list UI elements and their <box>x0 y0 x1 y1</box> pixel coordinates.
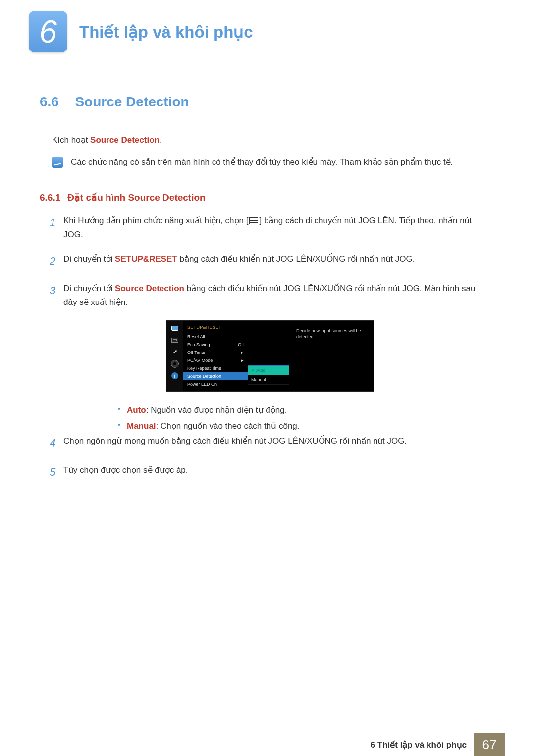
bullet-text: : Chọn nguồn vào theo cách thủ công. <box>156 421 300 431</box>
step-1: 1 Khi Hướng dẫn phím chức năng xuất hiện… <box>50 214 490 242</box>
subsection-title: Đặt cấu hình Source Detection <box>67 192 205 202</box>
section-title: Source Detection <box>75 94 189 109</box>
step2-a: Di chuyển tới <box>63 254 115 264</box>
step3-a: Di chuyển tới <box>63 284 115 293</box>
section-heading: 6.6 Source Detection <box>0 52 535 110</box>
step-number: 2 <box>50 252 63 270</box>
step-3: 3 Di chuyển tới Source Detection bằng cá… <box>50 282 490 309</box>
osd-screenshot: ⤢ i SETUP&RESET Reset All Eco SavingOff … <box>50 320 490 392</box>
osd-item: Key Repeat Time <box>183 364 248 372</box>
note-icon <box>52 157 63 168</box>
steps-list: 1 Khi Hướng dẫn phím chức năng xuất hiện… <box>0 214 535 481</box>
intro-bold: Source Detection <box>90 135 160 145</box>
chapter-header: 6 Thiết lập và khôi phục <box>0 0 535 52</box>
bullet-auto: Auto: Nguồn vào được nhận diện tự động. <box>118 403 490 418</box>
step-5: 5 Tùy chọn được chọn sẽ được áp. <box>50 463 490 481</box>
step-number: 5 <box>50 463 63 481</box>
info-tab-icon: i <box>170 371 180 380</box>
option-bullets: Auto: Nguồn vào được nhận diện tự động. … <box>50 403 490 435</box>
osd-item: Reset All <box>183 333 248 341</box>
bullet-bold: Manual <box>127 421 156 431</box>
osd-header: SETUP&RESET <box>183 324 248 333</box>
osd-item-selected: Source Detection <box>183 372 248 380</box>
osd-option-popup: ✔Auto Manual <box>248 365 289 391</box>
chapter-badge: 6 <box>29 11 67 52</box>
subsection-heading: 6.6.1Đặt cấu hình Source Detection <box>0 192 535 203</box>
step3-bold: Source Detection <box>115 284 184 293</box>
note-row: Các chức năng có sẵn trên màn hình có th… <box>0 156 535 169</box>
osd-option: Manual <box>248 375 289 385</box>
step-number: 1 <box>50 214 63 242</box>
osd-item: PC/AV Mode▸ <box>183 356 248 364</box>
step2-b: bằng cách điều khiển nút JOG LÊN/XUỐNG r… <box>177 254 415 264</box>
bullet-bold: Auto <box>127 405 146 415</box>
osd-description: Decide how input sources will be detecte… <box>289 321 374 391</box>
step5-text: Tùy chọn được chọn sẽ được áp. <box>63 463 490 481</box>
chapter-number: 6 <box>39 16 57 48</box>
step-2: 2 Di chuyển tới SETUP&RESET bằng cách đi… <box>50 252 490 270</box>
chapter-title: Thiết lập và khôi phục <box>79 22 253 42</box>
step2-bold: SETUP&RESET <box>115 254 177 264</box>
picture-tab-icon <box>170 336 180 345</box>
step4-text: Chọn ngôn ngữ mong muốn bằng cách điều k… <box>63 434 490 452</box>
osd-item: Power LED On <box>183 380 248 388</box>
osd-panel: ⤢ i SETUP&RESET Reset All Eco SavingOff … <box>166 320 374 392</box>
menu-icon <box>249 217 258 224</box>
osd-option-selected: ✔Auto <box>248 366 289 375</box>
step-4: 4 Chọn ngôn ngữ mong muốn bằng cách điều… <box>50 434 490 452</box>
step1-a: Khi Hướng dẫn phím chức năng xuất hiện, … <box>63 216 248 225</box>
osd-menu-list: SETUP&RESET Reset All Eco SavingOff Off … <box>183 321 248 391</box>
note-text: Các chức năng có sẵn trên màn hình có th… <box>71 156 453 169</box>
osd-icon-column: ⤢ i <box>166 321 183 391</box>
footer-chapter-label: 6 Thiết lập và khôi phục <box>371 740 467 750</box>
bullet-manual: Manual: Chọn nguồn vào theo cách thủ côn… <box>118 418 490 434</box>
intro-prefix: Kích hoạt <box>52 135 90 145</box>
section-number: 6.6 <box>40 94 59 109</box>
intro-suffix: . <box>160 135 162 145</box>
footer-page-number: 67 <box>474 733 505 756</box>
step-number: 4 <box>50 434 63 452</box>
setup-tab-icon <box>170 359 180 368</box>
brightness-tab-icon <box>170 324 180 333</box>
step-number: 3 <box>50 282 63 309</box>
page-footer: 6 Thiết lập và khôi phục 67 <box>0 733 535 756</box>
page-content: 6 Thiết lập và khôi phục 6.6 Source Dete… <box>0 0 535 756</box>
osd-item: Off Timer▸ <box>183 349 248 356</box>
osd-item: Eco SavingOff <box>183 341 248 349</box>
size-tab-icon: ⤢ <box>170 348 180 356</box>
subsection-number: 6.6.1 <box>40 192 60 202</box>
bullet-text: : Nguồn vào được nhận diện tự động. <box>146 405 287 415</box>
intro-line: Kích hoạt Source Detection. <box>0 135 535 145</box>
